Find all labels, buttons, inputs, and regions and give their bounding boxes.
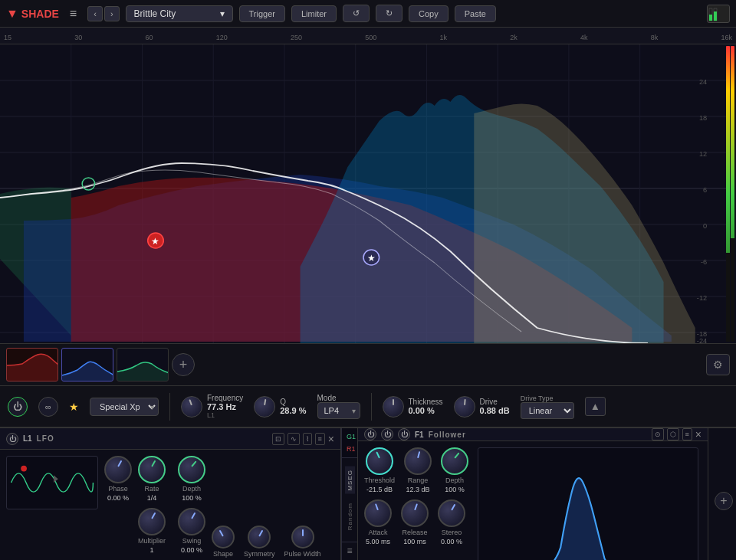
menu-button[interactable]: ≡ <box>65 5 81 22</box>
band-thumb-2[interactable] <box>61 348 113 382</box>
follower-waveform-display <box>478 447 698 560</box>
lfo-icon-btn-2[interactable]: ∿ <box>288 433 300 445</box>
frequency-ruler: 15 30 60 120 250 500 1k 2k 4k 8k 16k <box>0 28 736 44</box>
follower-release-knob[interactable] <box>401 499 429 527</box>
random-tab-button[interactable]: Random <box>345 499 355 533</box>
mseg-tab-button[interactable]: MSEG <box>345 467 355 494</box>
follower-range-knob[interactable] <box>404 447 432 475</box>
thickness-param: Thickness 0.00 % <box>383 396 443 418</box>
q-knob[interactable] <box>254 396 275 418</box>
redo-button[interactable]: ↻ <box>376 5 402 22</box>
band-power-button[interactable]: ⏻ <box>8 397 28 417</box>
lfo-close-button[interactable]: × <box>328 433 334 445</box>
svg-text:★: ★ <box>367 253 376 264</box>
add-modulator-button[interactable]: + <box>715 492 733 510</box>
level-meter <box>725 44 736 343</box>
thickness-knob[interactable] <box>383 396 404 418</box>
follower-icon-btn-1[interactable]: ⊙ <box>652 428 664 440</box>
scroll-up-button[interactable]: ▲ <box>585 397 606 416</box>
eq-svg-canvas[interactable]: ★ ★ 24 18 12 6 0 -6 -12 -18 -24 <box>0 44 727 343</box>
freq-ruler-inner: 15 30 60 120 250 500 1k 2k 4k 8k 16k <box>0 34 736 41</box>
power-icon: ⏻ <box>13 401 22 412</box>
prev-preset-button[interactable]: ‹ <box>87 6 103 21</box>
lfo-rate-value: 1/4 <box>147 494 157 502</box>
svg-text:-12: -12 <box>697 294 707 302</box>
eq-settings-button[interactable]: ⚙ <box>706 354 730 375</box>
follower-icon-btn-3[interactable]: ≡ <box>682 428 692 440</box>
freq-label-2k: 2k <box>510 34 518 41</box>
divider-1 <box>169 393 170 421</box>
lfo-pulse-width-knob-group: Pulse Width 50.0 % <box>284 526 321 560</box>
undo-button[interactable]: ↺ <box>343 5 370 22</box>
level-icon <box>707 5 730 23</box>
next-preset-button[interactable]: › <box>104 6 120 21</box>
lfo-symmetry-label: Symmetry <box>244 550 275 558</box>
band-thumb-3[interactable] <box>117 348 169 382</box>
lfo-multiplier-knob-group: Multiplier 1 <box>138 508 166 554</box>
paste-button[interactable]: Paste <box>455 5 496 22</box>
lfo-power-button[interactable]: ⏻ <box>6 433 18 445</box>
lfo-multiplier-value: 1 <box>150 546 154 554</box>
follower-release-group: Release 100 ms <box>401 499 429 545</box>
r1-button[interactable]: R1 <box>343 444 356 454</box>
lfo-phase-knob[interactable] <box>104 456 132 483</box>
preset-selector[interactable]: Brittle City ▾ <box>126 5 233 22</box>
q-param: Q 28.9 % <box>254 396 306 418</box>
g1-button[interactable]: G1 <box>343 431 356 442</box>
drive-type-param: Drive Type Linear Soft Hard Warm <box>521 395 574 419</box>
nav-arrows: ‹ › <box>87 6 119 21</box>
limiter-button[interactable]: Limiter <box>291 5 337 22</box>
lfo-multiplier-knob[interactable] <box>138 508 166 535</box>
freq-label-16k: 16k <box>721 34 732 41</box>
lfo-icon-btn-4[interactable]: ≡ <box>315 433 325 445</box>
follower-depth-knob[interactable] <box>441 447 468 475</box>
follower-power-btn-1[interactable]: ⏻ <box>364 428 376 440</box>
mode-select-input[interactable]: LP4 LP2 HP4 HP2 BP <box>317 402 360 419</box>
lfo-icon-btn-3[interactable]: ⌇ <box>303 433 312 445</box>
mode-selector[interactable]: LP4 LP2 HP4 HP2 BP <box>317 402 360 419</box>
mseg-bars-icon[interactable]: ≡ <box>345 545 353 556</box>
follower-threshold-knob[interactable] <box>366 447 393 475</box>
lfo-shape-knob[interactable] <box>212 526 235 549</box>
mseg-tab-buttons: MSEG Random <box>342 458 357 542</box>
eq-display-area[interactable]: ★ ★ 24 18 12 6 0 -6 -12 -18 -24 <box>0 44 736 343</box>
lfo-symmetry-knob[interactable] <box>248 526 271 549</box>
lfo-waveform-display <box>6 456 98 509</box>
lfo-swing-knob[interactable] <box>178 508 205 535</box>
lfo-swing-label: Swing <box>182 537 202 545</box>
drive-knob[interactable] <box>454 396 475 418</box>
lfo-pulse-width-knob[interactable] <box>291 526 314 549</box>
lfo-icon-btn-1[interactable]: ⊡ <box>272 433 284 445</box>
freq-label-250: 250 <box>291 34 302 41</box>
trigger-button[interactable]: Trigger <box>239 5 285 22</box>
lfo-phase-label: Phase <box>108 485 128 493</box>
band-thumb-1[interactable] <box>6 348 58 382</box>
follower-power-btn-3[interactable]: ⏻ <box>398 428 410 440</box>
follower-depth-label: Depth <box>445 476 464 484</box>
follower-top-knobs: Threshold -21.5 dB Range 12.3 dB <box>364 447 468 493</box>
follower-release-label: Release <box>402 529 427 536</box>
lfo-phase-knob-group: Phase 0.00 % <box>104 456 132 560</box>
add-band-button[interactable]: + <box>172 353 195 376</box>
logo-v-icon: ▼ <box>6 7 18 21</box>
lfo-depth-knob[interactable] <box>178 456 205 483</box>
svg-text:0: 0 <box>703 222 707 230</box>
band-loop-button[interactable]: ∞ <box>38 397 58 417</box>
follower-close-button[interactable]: × <box>695 428 702 440</box>
band-name-selector[interactable]: Special Xpander <box>90 398 159 416</box>
lfo-rate-knob[interactable] <box>138 456 166 483</box>
svg-text:18: 18 <box>699 114 707 122</box>
lfo-swing-knob-group: Swing 0.00 % <box>178 508 205 554</box>
frequency-param: Frequency 77.3 Hz L1 <box>181 394 243 419</box>
lfo-rate-knob-group: Rate 1/4 <box>138 456 166 502</box>
follower-attack-knob[interactable] <box>364 499 392 527</box>
band-select-input[interactable]: Special Xpander <box>90 398 159 416</box>
lfo-close-icon: × <box>328 433 334 445</box>
drive-type-select[interactable]: Linear Soft Hard Warm <box>521 402 574 419</box>
follower-power-btn-2[interactable]: ⏻ <box>381 428 393 440</box>
follower-stereo-knob[interactable] <box>438 499 465 527</box>
follower-icon-btn-2[interactable]: ⬡ <box>667 428 679 440</box>
copy-button[interactable]: Copy <box>409 5 449 22</box>
frequency-knob[interactable] <box>181 396 202 418</box>
mseg-bottom-icons: ≡ × <box>342 542 357 560</box>
